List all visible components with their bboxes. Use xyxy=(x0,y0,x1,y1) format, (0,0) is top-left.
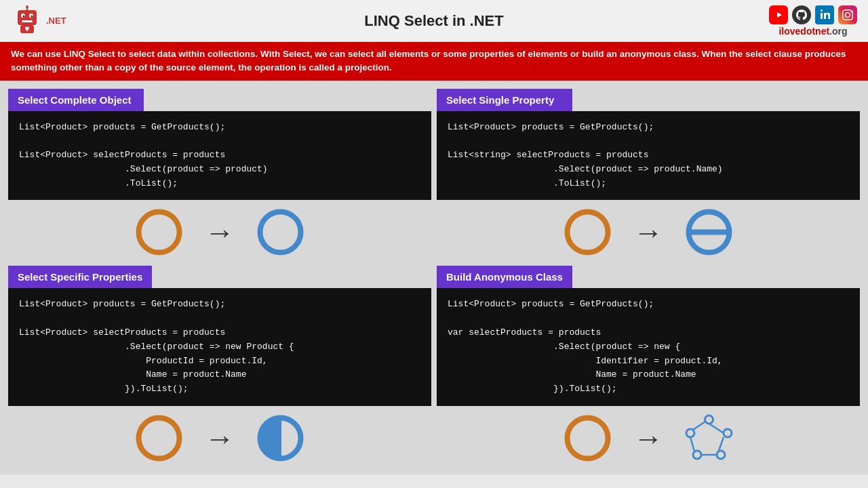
svg-point-15 xyxy=(139,418,180,459)
source-circle-anonymous xyxy=(562,413,613,464)
section-header-anonymous: Build Anonymous Class xyxy=(437,266,572,288)
svg-point-4 xyxy=(31,15,33,17)
svg-line-29 xyxy=(690,437,694,451)
result-icon-single xyxy=(684,207,734,258)
section-select-complete: Select Complete Object List<Product> pro… xyxy=(5,86,434,264)
code-block-complete: List<Product> products = GetProducts(); … xyxy=(8,111,431,201)
github-icon[interactable] xyxy=(792,5,811,24)
svg-line-27 xyxy=(719,437,724,451)
svg-point-22 xyxy=(724,429,732,437)
header: .NET LINQ Select in .NET xyxy=(0,0,868,42)
arrow-specific: → xyxy=(205,422,235,455)
instagram-icon[interactable] xyxy=(838,5,857,24)
social-label: ilovedotnet.org xyxy=(778,26,847,37)
result-icon-specific xyxy=(255,413,306,464)
svg-line-26 xyxy=(709,424,724,433)
svg-point-20 xyxy=(568,418,608,459)
logo-area: .NET xyxy=(11,5,66,37)
code-block-specific: List<Product> products = GetProducts(); … xyxy=(8,288,431,406)
code-block-single: List<Product> products = GetProducts(); … xyxy=(437,111,860,201)
source-circle-complete xyxy=(134,207,184,258)
svg-point-12 xyxy=(568,212,608,253)
section-select-single: Select Single Property List<Product> pro… xyxy=(434,86,863,264)
arrow-row-complete: → xyxy=(5,200,434,263)
section-header-single: Select Single Property xyxy=(437,89,572,111)
section-select-specific: Select Specific Properties List<Product>… xyxy=(5,263,434,469)
arrow-row-specific: → xyxy=(5,406,434,469)
svg-point-23 xyxy=(717,451,725,459)
svg-point-21 xyxy=(705,415,713,424)
dotnet-label: .NET xyxy=(46,16,66,26)
linkedin-icon[interactable] xyxy=(815,5,834,24)
section-header-specific: Select Specific Properties xyxy=(8,266,152,288)
section-header-complete: Select Complete Object xyxy=(8,89,144,111)
source-circle-single xyxy=(562,207,613,258)
svg-point-11 xyxy=(260,212,301,253)
arrow-row-anonymous: → xyxy=(434,406,863,469)
arrow-complete: → xyxy=(205,216,235,249)
arrow-single: → xyxy=(633,216,663,249)
youtube-icon[interactable] xyxy=(769,5,788,24)
arrow-row-single: → xyxy=(434,200,863,263)
svg-point-3 xyxy=(23,15,25,17)
svg-marker-9 xyxy=(777,12,782,18)
svg-point-25 xyxy=(686,429,694,437)
svg-point-24 xyxy=(693,451,701,459)
main-grid: Select Complete Object List<Product> pro… xyxy=(0,81,868,475)
source-circle-specific xyxy=(134,413,184,464)
logo-icon xyxy=(11,5,43,37)
section-anonymous: Build Anonymous Class List<Product> prod… xyxy=(434,263,863,469)
arrow-anonymous: → xyxy=(633,422,663,455)
description-bar: We can use LINQ Select to select data wi… xyxy=(0,42,868,81)
svg-rect-5 xyxy=(22,20,33,22)
page-title: LINQ Select in .NET xyxy=(364,12,503,30)
result-circle-complete xyxy=(255,207,306,258)
code-block-anonymous: List<Product> products = GetProducts(); … xyxy=(437,288,860,406)
svg-rect-0 xyxy=(18,10,37,25)
svg-line-30 xyxy=(693,422,705,430)
social-icons xyxy=(769,5,857,24)
social-area: ilovedotnet.org xyxy=(769,5,857,37)
svg-point-10 xyxy=(139,212,180,253)
result-icon-anonymous xyxy=(684,413,734,464)
svg-point-7 xyxy=(26,5,28,8)
